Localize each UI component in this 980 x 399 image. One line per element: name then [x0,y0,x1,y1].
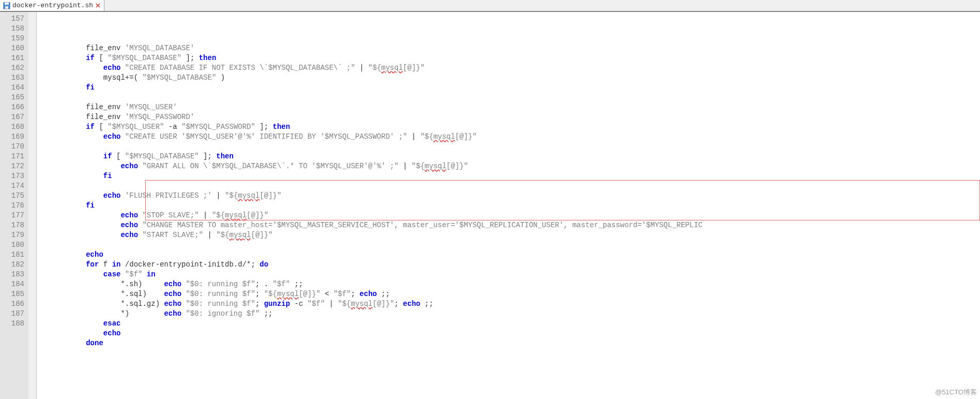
code-line[interactable]: echo "STOP SLAVE;" | "${mysql[@]}" [51,211,980,220]
code-line[interactable]: echo 'FLUSH PRIVILEGES ;' | "${mysql[@]}… [51,191,980,201]
line-number: 160 [0,43,28,53]
code-view[interactable]: file_env 'MYSQL_DATABASE' if [ "$MYSQL_D… [37,12,980,399]
code-line[interactable] [51,240,980,250]
line-number-gutter: 1571581591601611621631641651661671681691… [0,12,28,399]
line-number: 178 [0,220,28,230]
line-number: 165 [0,93,28,102]
line-number: 167 [0,112,28,122]
line-number: 174 [0,181,28,191]
code-line[interactable]: file_env 'MYSQL_USER' [51,102,980,112]
file-tab[interactable]: docker-entrypoint.sh [0,0,104,11]
code-line[interactable]: echo "START SLAVE;" | "${mysql[@]}" [51,230,980,240]
close-icon[interactable] [95,3,101,8]
line-number: 181 [0,250,28,260]
line-number: 183 [0,270,28,279]
code-line[interactable]: if [ "$MYSQL_USER" -a "$MYSQL_PASSWORD" … [51,122,980,132]
code-line[interactable]: echo "CREATE DATABASE IF NOT EXISTS \`$M… [51,63,980,73]
code-line[interactable]: fi [51,83,980,93]
svg-rect-1 [5,3,9,5]
line-number: 182 [0,260,28,270]
code-line[interactable]: case "$f" in [51,270,980,279]
line-number: 161 [0,53,28,63]
code-line[interactable]: file_env 'MYSQL_DATABASE' [51,43,980,53]
code-line[interactable]: echo [51,250,980,260]
code-line[interactable]: done [51,338,980,348]
code-line[interactable]: esac [51,319,980,329]
editor-area: 1571581591601611621631641651661671681691… [0,11,980,399]
line-number: 188 [0,319,28,329]
line-number: 177 [0,211,28,220]
line-number: 162 [0,63,28,73]
line-number: 158 [0,24,28,34]
code-line[interactable]: echo [51,329,980,338]
code-line[interactable]: if [ "$MYSQL_DATABASE" ]; then [51,152,980,161]
code-line[interactable]: file_env 'MYSQL_PASSWORD' [51,112,980,122]
line-number: 163 [0,73,28,83]
line-number: 159 [0,34,28,43]
code-line[interactable]: if [ "$MYSQL_DATABASE" ]; then [51,53,980,63]
line-number: 179 [0,230,28,240]
line-number: 166 [0,102,28,112]
code-line[interactable]: fi [51,201,980,211]
disk-icon [3,2,10,9]
tab-bar: docker-entrypoint.sh [0,0,980,11]
line-number: 180 [0,240,28,250]
watermark-text: @51CTO博客 [935,388,977,397]
svg-rect-2 [5,6,8,9]
line-number: 172 [0,161,28,171]
code-line[interactable] [51,142,980,152]
line-number: 184 [0,279,28,289]
code-line[interactable]: fi [51,171,980,181]
line-number: 164 [0,83,28,93]
code-line[interactable] [51,93,980,102]
line-number: 186 [0,299,28,309]
line-number: 175 [0,191,28,201]
code-line[interactable]: *.sh) echo "$0: running $f"; . "$f" ;; [51,279,980,289]
line-number: 176 [0,201,28,211]
tab-filename: docker-entrypoint.sh [12,2,93,9]
code-line[interactable]: echo "CHANGE MASTER TO master_host='$MYS… [51,220,980,230]
line-number: 170 [0,142,28,152]
line-number: 168 [0,122,28,132]
code-line[interactable]: *.sql.gz) echo "$0: running $f"; gunzip … [51,299,980,309]
code-line[interactable]: mysql+=( "$MYSQL_DATABASE" ) [51,73,980,83]
code-line[interactable]: *.sql) echo "$0: running $f"; "${mysql[@… [51,289,980,299]
code-line[interactable]: for f in /docker-entrypoint-initdb.d/*; … [51,260,980,270]
code-line[interactable]: echo "GRANT ALL ON \`$MYSQL_DATABASE\`.*… [51,161,980,171]
line-number: 157 [0,14,28,24]
code-line[interactable] [51,181,980,191]
line-number: 173 [0,171,28,181]
line-number: 169 [0,132,28,142]
code-line[interactable]: echo "CREATE USER '$MYSQL_USER'@'%' IDEN… [51,132,980,142]
fold-margin [28,12,37,399]
line-number: 187 [0,309,28,319]
code-line[interactable]: *) echo "$0: ignoring $f" ;; [51,309,980,319]
line-number: 185 [0,289,28,299]
line-number: 171 [0,152,28,161]
